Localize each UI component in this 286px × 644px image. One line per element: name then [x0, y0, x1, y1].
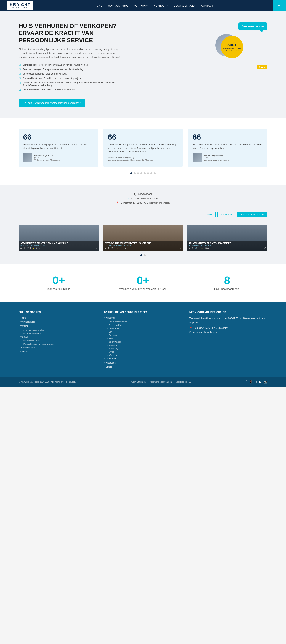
instagram-icon[interactable]: 📷	[264, 380, 268, 384]
listing-details-1: 🛏 1 🚿 1 📐 61 m²	[20, 247, 97, 249]
expand-listing-2[interactable]: ⤢	[180, 246, 182, 249]
prev-listing-button[interactable]: Vorige	[201, 212, 216, 217]
hero-section: HUIS VERHUREN OF VERKOPEN?ERVAAR DE KRAC…	[0, 11, 286, 118]
dot-1[interactable]	[130, 172, 132, 174]
nav-contact[interactable]: CONTACT	[202, 4, 213, 7]
listing-image-1: APPARTEMENT MERCATORPLEIN 51A, MAASTRICH…	[18, 225, 99, 251]
footer-link-verkoop[interactable]: verkoop	[18, 325, 96, 327]
nav-cta-button[interactable]: Co...	[273, 0, 286, 11]
footer-place-maastricht[interactable]: Maastricht	[104, 316, 182, 319]
nav-verhuur[interactable]: VERHUUR	[154, 4, 168, 7]
footer-nav-title: SNEL NAVIGEREN:	[18, 311, 96, 314]
size-icon-3: 📐	[201, 247, 203, 249]
listing-title-3: APPARTEMENT VIA REGIA 157J, MAASTRICHT	[189, 242, 266, 244]
contact-address: Dorpstraat 17, 6235 AC Uliestraten-Meers…	[121, 202, 170, 204]
listings-grid: APPARTEMENT MERCATORPLEIN 51A, MAASTRICH…	[18, 225, 268, 251]
footer-bottom-links: Privacy Statement Algemene Voorwaarden C…	[130, 381, 192, 383]
counter-num-3: 8	[187, 275, 268, 286]
listings-dots	[18, 254, 268, 256]
footer-link-verhuur[interactable]: verhuur	[18, 336, 96, 338]
footer-place-brusselse[interactable]: Brusselse Poort	[107, 324, 182, 326]
stats-text: woningen verhuurd en verkocht in 2 jaar	[223, 48, 241, 52]
review-text-2: Communicatie is Top en Snel. Denkt met j…	[108, 143, 178, 154]
footer-sublink-verkoopmakelaar[interactable]: Jouw Verkoopmakelaar	[22, 329, 96, 331]
privacy-link[interactable]: Privacy Statement	[130, 381, 146, 383]
nav-verkoop[interactable]: VERKOOP	[134, 4, 148, 7]
footer-sublink-huurvoorwaarden[interactable]: Huurvoorwaarden	[22, 340, 96, 342]
dot-5[interactable]	[144, 172, 146, 174]
footer-nav-col: SNEL NAVIGEREN: Home Woningaanbod verkoo…	[18, 311, 96, 370]
dot-3[interactable]	[137, 172, 139, 174]
listing-title-2: BOVENWONING BREDESTRAAT 13B, MAASTRICHT	[105, 242, 182, 244]
cookiebeleid-link[interactable]: Cookiebeleid (EU)	[176, 381, 192, 383]
listings-dot-1[interactable]	[140, 254, 142, 256]
contact-phone: 043-2010659	[138, 193, 152, 196]
footer-grid: SNEL NAVIGEREN: Home Woningaanbod verkoo…	[18, 311, 268, 370]
footer-place-ceramique[interactable]: Ceramique	[107, 327, 182, 330]
review-card-3: 66 Hele goede makelaar. Weet waar hij he…	[188, 129, 268, 167]
review-card-2: 66 Communicatie is Top en Snel. Denkt me…	[104, 129, 182, 167]
footer-place-sittard[interactable]: Sittard	[104, 366, 182, 368]
dot-7[interactable]	[150, 172, 152, 174]
reviewer-role-3: Verkoper woning Meerssen	[204, 159, 228, 161]
footer-place-heer[interactable]: Heer	[107, 337, 182, 340]
whatsapp-icon[interactable]: 📱	[249, 380, 252, 384]
reviewer-name-1: Een Funda gebruiker	[34, 154, 60, 156]
reviewer-info-1: Een Funda gebruiker (10.0) Verkoper woni…	[23, 153, 93, 162]
listings-dot-2[interactable]	[144, 254, 146, 256]
all-listings-button[interactable]: BEKIJK ALLE WONINGEN	[237, 212, 268, 217]
youtube-icon[interactable]: ▶	[259, 380, 262, 384]
voorwaarden-link[interactable]: Algemene Voorwaarden	[150, 381, 172, 383]
reviewer-role-2: Verkoper Burgemeester Klisselstraat 23, …	[108, 159, 154, 161]
footer-place-de-heeg[interactable]: De Heeg	[107, 334, 182, 336]
footer-place-jekerkwartier[interactable]: Jekerkwartier	[107, 341, 182, 343]
footer-place-malpertuis[interactable]: Malpertuis	[107, 344, 182, 346]
hero-cta-button[interactable]: "Ja, ook ik wil graag mijn verkoopplanne…	[18, 99, 85, 106]
listing-details-2: 🛏 1 🚿 1 📐 110 m²	[105, 247, 182, 249]
contact-email: info@krachtmakelaars.nl	[132, 197, 158, 200]
footer-link-contact[interactable]: Contact	[18, 350, 96, 353]
listings-nav: Vorige Volgende BEKIJK ALLE WONINGEN	[0, 212, 286, 221]
footer-place-wyck[interactable]: Wyck	[107, 351, 182, 353]
footer: SNEL NAVIGEREN: Home Woningaanbod verkoo…	[0, 302, 286, 386]
footer-place-boschstraat[interactable]: Boschstraatkwartier	[107, 320, 182, 323]
footer-contact-email-line: ✉ info@krachtmakelaars.nl	[190, 331, 268, 334]
checklist-item: Geen verrassingen: Transparante tarieven…	[18, 67, 121, 72]
footer-sublink-verkoopproces[interactable]: Het verkoopproces	[22, 332, 96, 334]
counter-num-2: 0+	[103, 275, 183, 286]
footer-link-woningaanbod[interactable]: Woningaanbod	[18, 320, 96, 323]
footer-place-uliestraten[interactable]: Uliestraten	[104, 358, 182, 360]
location-icon: 📍	[116, 202, 119, 204]
logo[interactable]: KRA CHT MAKELAARS	[8, 1, 33, 10]
footer-link-home[interactable]: Home	[18, 316, 96, 319]
linkedin-icon[interactable]: in	[255, 380, 257, 384]
nav-beoordelingen[interactable]: BEOORDELINGEN	[174, 4, 196, 7]
footer-place-meerssen[interactable]: Meerssen	[104, 362, 182, 364]
dot-2[interactable]	[134, 172, 136, 174]
dot-4[interactable]	[140, 172, 142, 174]
footer-link-beoordelingen[interactable]: Beoordelingen	[18, 346, 96, 349]
dot-6[interactable]	[147, 172, 149, 174]
facebook-icon[interactable]: f	[246, 380, 246, 384]
checklist-item: Persoonlijke Service: Betrokken met deze…	[18, 76, 121, 81]
contact-address-line: 📍 Dorpstraat 17, 6235 AC Uliestraten-Mee…	[116, 202, 170, 204]
reviewer-info-3: Een Funda gebruiker (10.0) Verkoper woni…	[193, 153, 263, 162]
nav-woningaanbod[interactable]: WONINGAANBOD	[108, 4, 129, 7]
footer-place-city[interactable]: City	[107, 331, 182, 333]
footer-sublink-protocol[interactable]: Protocol toewijzing huurwoningen	[22, 343, 96, 345]
bath-icon-3: 🚿	[195, 247, 197, 249]
counter-label-2: Woningen verhuurd en verkocht in 2 jaar.	[103, 288, 183, 290]
footer-contact-address-line: 📍 Dorpstraat 17, 6235 AC Uliestraten	[190, 327, 268, 329]
footer-places-col: ONTDEK DE VOLGENDE PLAATSEN: Maastricht …	[104, 311, 182, 370]
stats-bubble: 300+ woningen verhuurd en verkocht in 2 …	[221, 36, 243, 58]
contact-details: 📞 043-2010659 ✉ info@krachtmakelaars.nl …	[18, 193, 268, 204]
footer-place-mariaberg[interactable]: Mariaberg	[107, 348, 182, 350]
counters-section: 0+ Jaar ervaring in huis. 0+ Woningen ve…	[0, 264, 286, 302]
dot-8[interactable]	[154, 172, 156, 174]
expand-listing-3[interactable]: ⤢	[264, 246, 266, 249]
expand-listing-1[interactable]: ⤢	[96, 246, 98, 249]
footer-place-wyckerpoort[interactable]: Wyckerpoort	[107, 354, 182, 356]
nav-home[interactable]: HOME	[95, 4, 102, 7]
next-listing-button[interactable]: Volgende	[218, 212, 235, 217]
listing-price-1: Huurprijs: €875/p/m excl. vast.	[20, 244, 97, 246]
